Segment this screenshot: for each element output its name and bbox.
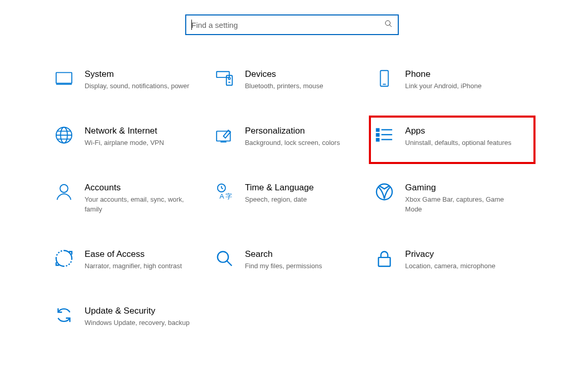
tile-text: Personalization Background, lock screen,…: [245, 125, 340, 148]
tile-subtitle: Windows Update, recovery, backup: [85, 318, 190, 328]
svg-point-8: [228, 77, 230, 79]
tile-update-security[interactable]: Update & Security Windows Update, recove…: [52, 303, 212, 330]
svg-point-0: [385, 21, 390, 25]
tile-devices[interactable]: Devices Bluetooth, printers, mouse: [212, 66, 372, 93]
tile-title: Phone: [405, 69, 481, 79]
tile-text: Devices Bluetooth, printers, mouse: [245, 68, 323, 91]
time-language-icon: A 字: [214, 182, 235, 202]
tile-text: Time & Language Speech, region, date: [245, 182, 314, 204]
tile-title: Accounts: [85, 183, 193, 193]
privacy-icon: [374, 248, 395, 269]
tile-title: Update & Security: [85, 306, 190, 316]
tile-title: Devices: [245, 69, 323, 79]
svg-line-1: [390, 25, 392, 27]
tile-apps[interactable]: Apps Uninstall, defaults, optional featu…: [369, 116, 536, 164]
ease-of-access-icon: [54, 248, 74, 269]
tile-title: Privacy: [405, 249, 495, 259]
tile-subtitle: Link your Android, iPhone: [405, 81, 481, 91]
search-icon: [384, 20, 393, 30]
tile-accounts[interactable]: Accounts Your accounts, email, sync, wor…: [52, 179, 212, 216]
svg-rect-32: [379, 257, 391, 266]
tile-title: System: [85, 69, 189, 79]
tile-text: Update & Security Windows Update, recove…: [85, 305, 190, 328]
accounts-icon: [54, 182, 74, 202]
tile-text: System Display, sound, notifications, po…: [85, 68, 189, 91]
tile-title: Gaming: [405, 183, 513, 193]
tile-subtitle: Uninstall, defaults, optional features: [405, 138, 511, 148]
svg-point-23: [60, 185, 68, 192]
tile-phone[interactable]: Phone Link your Android, iPhone: [372, 66, 532, 93]
tile-subtitle: Narrator, magnifier, high contrast: [85, 262, 182, 271]
tile-text: Privacy Location, camera, microphone: [405, 248, 495, 271]
svg-text:A: A: [219, 193, 224, 201]
tile-subtitle: Your accounts, email, sync, work, family: [85, 195, 193, 214]
personalization-icon: [214, 125, 235, 145]
svg-line-26: [221, 188, 223, 189]
tile-text: Ease of Access Narrator, magnifier, high…: [85, 248, 182, 271]
search-category-icon: [214, 248, 235, 269]
tile-title: Apps: [405, 126, 511, 136]
text-cursor: [191, 20, 192, 30]
svg-rect-17: [377, 129, 379, 132]
svg-point-30: [217, 251, 228, 262]
svg-rect-19: [377, 139, 379, 141]
network-icon: [54, 125, 74, 145]
tile-subtitle: Background, lock screen, colors: [245, 138, 340, 148]
tile-title: Time & Language: [245, 183, 314, 193]
tile-personalization[interactable]: Personalization Background, lock screen,…: [212, 123, 372, 150]
tile-subtitle: Display, sound, notifications, power: [85, 81, 189, 91]
tile-text: Network & Internet Wi-Fi, airplane mode,…: [85, 125, 164, 148]
tile-subtitle: Xbox Game Bar, captures, Game Mode: [405, 195, 513, 214]
phone-icon: [374, 68, 395, 89]
tile-time-language[interactable]: A 字 Time & Language Speech, region, date: [212, 179, 372, 216]
tile-subtitle: Find my files, permissions: [245, 262, 322, 271]
tile-network[interactable]: Network & Internet Wi-Fi, airplane mode,…: [52, 123, 212, 150]
tile-subtitle: Bluetooth, printers, mouse: [245, 81, 323, 91]
settings-grid: System Display, sound, notifications, po…: [0, 66, 584, 330]
svg-rect-18: [377, 134, 379, 136]
system-icon: [54, 68, 74, 89]
tile-text: Gaming Xbox Game Bar, captures, Game Mod…: [405, 182, 513, 214]
tile-system[interactable]: System Display, sound, notifications, po…: [52, 66, 212, 93]
tile-title: Search: [245, 249, 322, 259]
devices-icon: [214, 68, 235, 89]
tile-subtitle: Wi-Fi, airplane mode, VPN: [85, 138, 164, 148]
tile-subtitle: Speech, region, date: [245, 195, 314, 204]
tile-ease-of-access[interactable]: Ease of Access Narrator, magnifier, high…: [52, 246, 212, 273]
tile-privacy[interactable]: Privacy Location, camera, microphone: [372, 246, 532, 273]
search-container: [0, 0, 584, 66]
tile-text: Phone Link your Android, iPhone: [405, 68, 481, 91]
tile-gaming[interactable]: Gaming Xbox Game Bar, captures, Game Mod…: [372, 179, 532, 216]
tile-text: Apps Uninstall, defaults, optional featu…: [405, 125, 511, 148]
tile-text: Accounts Your accounts, email, sync, wor…: [85, 182, 193, 214]
svg-text:字: 字: [225, 193, 232, 201]
tile-title: Network & Internet: [85, 126, 164, 136]
update-security-icon: [54, 305, 74, 325]
search-input[interactable]: [191, 15, 384, 34]
search-box[interactable]: [185, 14, 399, 35]
tile-title: Ease of Access: [85, 249, 182, 259]
svg-line-31: [226, 261, 232, 266]
gaming-icon: [374, 182, 395, 202]
tile-text: Search Find my files, permissions: [245, 248, 322, 271]
tile-search[interactable]: Search Find my files, permissions: [212, 246, 372, 273]
svg-rect-4: [216, 72, 229, 77]
tile-subtitle: Location, camera, microphone: [405, 262, 495, 271]
apps-icon: [374, 125, 395, 145]
svg-rect-2: [56, 73, 72, 84]
tile-title: Personalization: [245, 126, 340, 136]
